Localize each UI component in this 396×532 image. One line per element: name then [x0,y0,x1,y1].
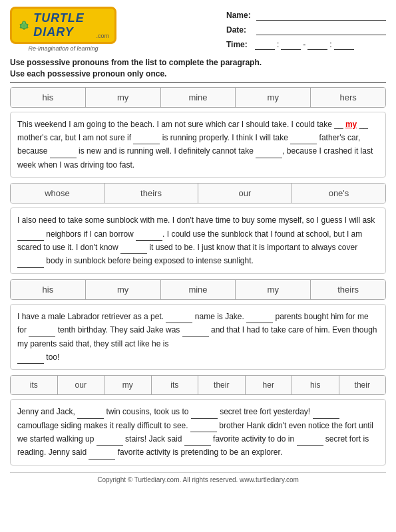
blank-4d [190,423,217,432]
answer-my: my [345,120,357,129]
word-bank-4: its our my its their her his their [10,375,386,395]
instructions: Use possessive pronouns from the list to… [10,57,386,80]
instruction-line1: Use possessive pronouns from the list to… [10,57,386,68]
turtle-icon [17,15,31,36]
word-ones: one's [292,184,385,203]
word-bank-1: his my mine my hers [10,87,386,108]
word-my-4: my [104,376,152,394]
instruction-line2: Use each possessive pronoun only once. [10,68,386,80]
paragraph-2: I also need to take some sunblock with m… [10,207,386,274]
blank-4g [297,436,323,446]
blank-1c [50,149,77,158]
blank-2c [120,245,147,254]
tagline: Re-imagination of learning [28,45,98,52]
word-their-2: their [339,376,386,394]
time-box2[interactable] [281,39,301,50]
blank-1d [256,149,282,158]
word-his-3: his [11,280,86,299]
blank-4h [89,450,115,460]
time-label: Time: [226,40,253,49]
word-his-4: his [292,376,339,394]
time-box3[interactable] [307,39,327,50]
footer-text: Copyright © Turtlediary.com. All rights … [97,476,299,483]
blank-4e [97,436,123,446]
word-my-2: my [236,88,311,107]
date-field-line: Date: [226,25,386,35]
name-underline[interactable] [256,10,386,21]
word-our-1: our [198,184,292,203]
blank-1b [290,135,317,144]
word-our-4: our [58,376,105,394]
word-hers-1: hers [311,88,385,107]
date-label: Date: [226,25,253,35]
blank-4a [77,410,104,419]
word-my-3: my [86,280,161,299]
logo-area: TURTLE DIARY .com Re-imagination of lear… [10,7,116,52]
word-my-1: my [86,88,161,107]
word-mine-1: mine [161,88,236,107]
blank-3b [246,314,273,323]
footer: Copyright © Turtlediary.com. All rights … [10,472,386,483]
logo-text: TURTLE DIARY [33,11,93,39]
blank-4c [313,410,339,419]
time-box1[interactable] [255,39,275,50]
paragraph-4: Jenny and Jack, twin cousins, took us to… [10,399,386,466]
word-my-4: my [236,280,311,299]
blank-2b [136,231,162,241]
blank-3d [182,328,209,337]
logo-box: TURTLE DIARY .com [10,7,116,44]
logo-com: .com [96,33,109,39]
blank-2a [17,231,44,241]
paragraph-3: I have a male Labrador retriever as a pe… [10,304,386,370]
blank-3a [166,314,192,323]
svg-point-2 [23,21,25,24]
blank-3c [29,328,55,337]
time-box4[interactable] [334,39,354,50]
word-theirs-1: theirs [104,184,198,203]
name-field-line: Name: [226,10,386,21]
word-her-4: her [246,376,293,394]
name-date-section: Name: Date: Time: : - : [226,7,386,50]
header: TURTLE DIARY .com Re-imagination of lear… [10,7,386,52]
word-their-1: their [198,376,246,394]
word-bank-2: whose theirs our one's [10,183,386,203]
word-theirs-3: theirs [311,280,385,299]
name-label: Name: [226,11,253,20]
word-his-1: his [11,88,86,107]
word-bank-3: his my mine my theirs [10,279,386,300]
date-underline[interactable] [256,25,386,35]
paragraph-1: This weekend I am going to the beach. I … [10,112,386,178]
divider1 [10,82,386,83]
time-field-line: Time: : - : [226,39,386,50]
blank-1a [133,135,160,144]
blank-3e [17,354,44,364]
blank-4f [184,436,211,446]
blank-4b [191,410,218,419]
blank-2d [17,259,44,268]
word-its-1: its [11,376,58,394]
svg-point-10 [23,28,25,30]
word-whose: whose [11,184,104,203]
word-mine-3: mine [161,280,236,299]
word-its-2: its [152,376,199,394]
